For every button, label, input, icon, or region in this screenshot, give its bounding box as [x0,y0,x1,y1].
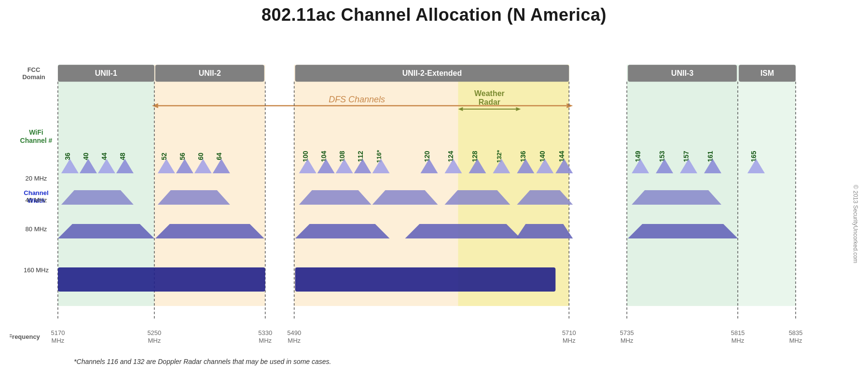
svg-text:80 MHz: 80 MHz [26,225,47,233]
svg-text:MHz: MHz [148,337,161,344]
svg-text:MHz: MHz [563,337,576,344]
unii2ext-label: UNII-2-Extended [402,69,462,77]
svg-marker-16 [566,103,573,108]
svg-marker-92 [58,224,154,238]
svg-text:5330: 5330 [258,329,272,336]
ism-label: ISM [760,69,774,77]
svg-text:5170: 5170 [51,329,65,336]
svg-text:Domain: Domain [22,73,45,81]
svg-text:5815: 5815 [731,329,745,336]
svg-marker-95 [405,224,521,238]
svg-rect-5 [627,65,738,306]
svg-rect-100 [295,267,556,292]
copyright: © 2013 SecurityUncorked.com [852,185,858,264]
svg-text:64: 64 [215,153,223,160]
svg-text:40: 40 [82,153,90,160]
svg-text:5735: 5735 [620,329,634,336]
unii2-label: UNII-2 [199,69,221,77]
svg-text:5710: 5710 [562,329,576,336]
main-title: 802.11ac Channel Allocation (N America) [10,5,858,25]
svg-text:MHz: MHz [620,337,634,344]
svg-text:FCC: FCC [28,66,41,73]
svg-rect-99 [58,267,265,292]
svg-rect-6 [738,65,796,306]
svg-marker-96 [516,224,573,238]
svg-text:Channel #: Channel # [20,137,53,144]
svg-marker-90 [632,190,721,205]
svg-text:60: 60 [197,153,205,160]
svg-text:36: 36 [64,153,71,160]
unii1-label: UNII-1 [95,69,117,77]
svg-marker-94 [295,224,390,238]
svg-rect-2 [265,65,294,306]
weather-radar-label: Weather [474,89,505,98]
svg-marker-97 [628,224,738,238]
svg-text:Channel: Channel [24,189,48,196]
svg-text:Frequency: Frequency [10,333,41,340]
svg-text:MHz: MHz [259,337,272,344]
unii3-label: UNII-3 [671,69,693,77]
svg-text:48: 48 [119,153,126,160]
svg-text:WiFi: WiFi [29,128,43,136]
svg-text:44: 44 [100,153,108,160]
dfs-label: DFS Channels [329,95,385,104]
svg-text:20 MHz: 20 MHz [26,175,47,182]
weather-radar-label2: Radar [479,98,500,106]
svg-text:160 MHz: 160 MHz [24,266,49,274]
svg-text:MHz: MHz [731,337,744,344]
svg-text:5490: 5490 [287,329,301,336]
diagram: UNII-1 UNII-2 UNII-2-Extended UNII-3 ISM… [10,31,858,369]
footnote: *Channels 116 and 132 are Doppler Radar … [74,358,331,365]
svg-text:56: 56 [179,153,186,160]
svg-text:5250: 5250 [147,329,161,336]
svg-text:MHz: MHz [52,337,65,344]
svg-marker-93 [155,224,264,238]
svg-text:MHz: MHz [789,337,802,344]
chart-container: 802.11ac Channel Allocation (N America) … [0,0,868,391]
svg-text:40 MHz: 40 MHz [26,196,47,204]
svg-text:5835: 5835 [789,329,803,336]
svg-text:52: 52 [160,153,168,160]
svg-text:MHz: MHz [288,337,301,344]
